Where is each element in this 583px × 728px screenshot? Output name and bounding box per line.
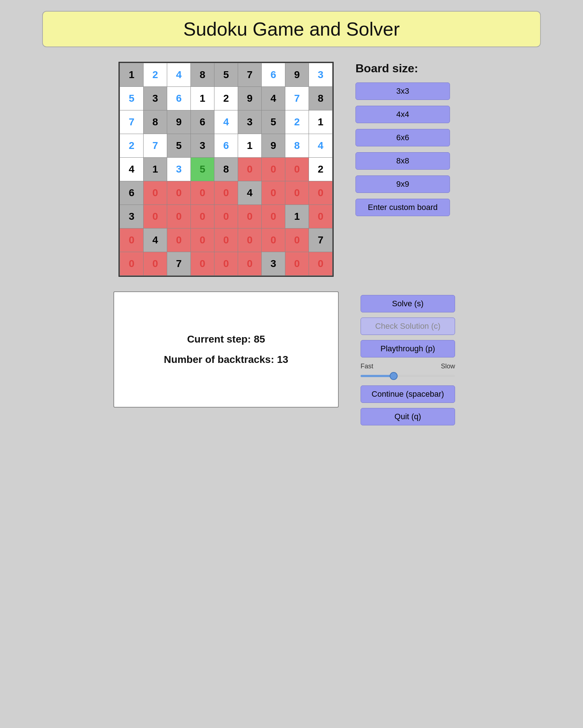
speed-thumb[interactable] xyxy=(390,372,398,380)
grid-cell[interactable]: 0 xyxy=(214,205,238,228)
grid-cell[interactable]: 5 xyxy=(191,158,214,181)
grid-cell[interactable]: 1 xyxy=(309,110,333,134)
grid-cell[interactable]: 4 xyxy=(262,87,285,110)
grid-cell[interactable]: 0 xyxy=(309,205,333,228)
playthrough-button[interactable]: Playthrough (p) xyxy=(361,340,455,357)
grid-cell[interactable]: 0 xyxy=(262,205,285,228)
grid-cell[interactable]: 8 xyxy=(214,158,238,181)
grid-cell[interactable]: 1 xyxy=(285,205,309,228)
grid-cell[interactable]: 6 xyxy=(167,87,191,110)
grid-cell[interactable]: 2 xyxy=(120,134,144,158)
title-bar: Sudoku Game and Solver xyxy=(42,11,541,47)
grid-cell[interactable]: 0 xyxy=(144,252,167,276)
quit-button[interactable]: Quit (q) xyxy=(361,408,455,425)
enter-custom-board-button[interactable]: Enter custom board xyxy=(355,199,450,216)
grid-cell[interactable]: 3 xyxy=(120,205,144,228)
grid-cell[interactable]: 0 xyxy=(167,228,191,252)
grid-cell[interactable]: 6 xyxy=(262,63,285,87)
grid-cell[interactable]: 2 xyxy=(144,63,167,87)
grid-cell[interactable]: 4 xyxy=(214,110,238,134)
grid-cell[interactable]: 2 xyxy=(309,158,333,181)
grid-cell[interactable]: 0 xyxy=(238,205,262,228)
grid-cell[interactable]: 0 xyxy=(309,181,333,205)
grid-cell[interactable]: 9 xyxy=(285,63,309,87)
grid-cell[interactable]: 0 xyxy=(309,252,333,276)
grid-cell[interactable]: 0 xyxy=(120,252,144,276)
grid-cell[interactable]: 4 xyxy=(144,228,167,252)
grid-cell[interactable]: 7 xyxy=(238,63,262,87)
status-box: Current step: 85 Number of backtracks: 1… xyxy=(113,291,339,408)
grid-cell[interactable]: 4 xyxy=(120,158,144,181)
grid-cell[interactable]: 0 xyxy=(120,228,144,252)
grid-cell[interactable]: 7 xyxy=(144,134,167,158)
grid-cell[interactable]: 0 xyxy=(191,205,214,228)
grid-cell[interactable]: 0 xyxy=(285,181,309,205)
grid-cell[interactable]: 3 xyxy=(262,252,285,276)
grid-cell[interactable]: 0 xyxy=(238,228,262,252)
grid-cell[interactable]: 1 xyxy=(120,63,144,87)
size-btn-8x8[interactable]: 8x8 xyxy=(355,152,450,170)
grid-cell[interactable]: 0 xyxy=(262,181,285,205)
grid-cell[interactable]: 8 xyxy=(309,87,333,110)
grid-cell[interactable]: 7 xyxy=(309,228,333,252)
grid-cell[interactable]: 6 xyxy=(120,181,144,205)
grid-cell[interactable]: 0 xyxy=(167,181,191,205)
size-btn-4x4[interactable]: 4x4 xyxy=(355,106,450,123)
grid-cell[interactable]: 3 xyxy=(144,87,167,110)
grid-cell[interactable]: 9 xyxy=(167,110,191,134)
grid-cell[interactable]: 7 xyxy=(285,87,309,110)
grid-cell[interactable]: 0 xyxy=(262,158,285,181)
grid-cell[interactable]: 3 xyxy=(309,63,333,87)
grid-cell[interactable]: 0 xyxy=(191,181,214,205)
grid-cell[interactable]: 3 xyxy=(238,110,262,134)
grid-cell[interactable]: 5 xyxy=(262,110,285,134)
continue-button[interactable]: Continue (spacebar) xyxy=(361,385,455,403)
grid-cell[interactable]: 0 xyxy=(285,158,309,181)
grid-cell[interactable]: 0 xyxy=(214,228,238,252)
grid-cell[interactable]: 6 xyxy=(191,110,214,134)
grid-cell[interactable]: 8 xyxy=(285,134,309,158)
speed-fast-label: Fast xyxy=(361,363,373,370)
grid-cell[interactable]: 3 xyxy=(167,158,191,181)
grid-cell[interactable]: 9 xyxy=(238,87,262,110)
size-btn-3x3[interactable]: 3x3 xyxy=(355,82,450,100)
grid-cell[interactable]: 1 xyxy=(191,87,214,110)
grid-cell[interactable]: 7 xyxy=(120,110,144,134)
speed-slow-label: Slow xyxy=(441,363,455,370)
grid-cell[interactable]: 0 xyxy=(285,228,309,252)
grid-cell[interactable]: 0 xyxy=(285,252,309,276)
grid-cell[interactable]: 4 xyxy=(238,181,262,205)
speed-section: Fast Slow xyxy=(361,363,455,380)
grid-cell[interactable]: 4 xyxy=(309,134,333,158)
grid-cell[interactable]: 0 xyxy=(191,228,214,252)
grid-cell[interactable]: 0 xyxy=(167,205,191,228)
grid-cell[interactable]: 9 xyxy=(262,134,285,158)
grid-cell[interactable]: 0 xyxy=(214,181,238,205)
speed-slider-container[interactable] xyxy=(361,372,455,380)
grid-cell[interactable]: 5 xyxy=(167,134,191,158)
grid-cell[interactable]: 0 xyxy=(262,228,285,252)
grid-cell[interactable]: 3 xyxy=(191,134,214,158)
solve-button[interactable]: Solve (s) xyxy=(361,295,455,312)
grid-cell[interactable]: 4 xyxy=(167,63,191,87)
grid-cell[interactable]: 0 xyxy=(214,252,238,276)
grid-cell[interactable]: 0 xyxy=(191,252,214,276)
grid-cell[interactable]: 5 xyxy=(214,63,238,87)
grid-cell[interactable]: 6 xyxy=(214,134,238,158)
size-btn-9x9[interactable]: 9x9 xyxy=(355,175,450,193)
check-solution-button[interactable]: Check Solution (c) xyxy=(361,318,455,335)
grid-cell[interactable]: 0 xyxy=(144,205,167,228)
size-btn-6x6[interactable]: 6x6 xyxy=(355,129,450,146)
grid-cell[interactable]: 7 xyxy=(167,252,191,276)
grid-cell[interactable]: 8 xyxy=(144,110,167,134)
backtracks-label: Number of backtracks: 13 xyxy=(164,354,288,365)
grid-cell[interactable]: 0 xyxy=(238,252,262,276)
grid-cell[interactable]: 0 xyxy=(238,158,262,181)
grid-cell[interactable]: 5 xyxy=(120,87,144,110)
grid-cell[interactable]: 8 xyxy=(191,63,214,87)
grid-cell[interactable]: 0 xyxy=(144,181,167,205)
grid-cell[interactable]: 1 xyxy=(144,158,167,181)
grid-cell[interactable]: 2 xyxy=(285,110,309,134)
grid-cell[interactable]: 2 xyxy=(214,87,238,110)
grid-cell[interactable]: 1 xyxy=(238,134,262,158)
